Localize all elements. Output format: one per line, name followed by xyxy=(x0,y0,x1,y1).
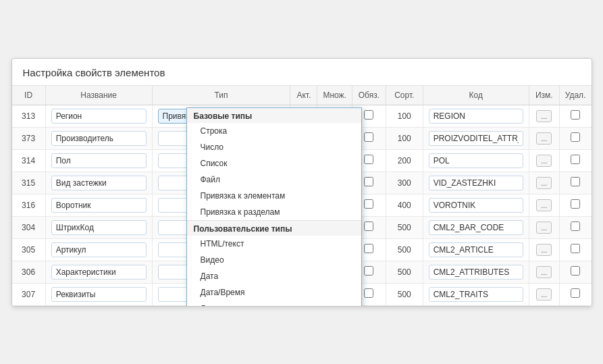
cell-sort: 100 xyxy=(386,127,423,149)
edit-button[interactable]: ... xyxy=(536,222,552,234)
edit-button[interactable]: ... xyxy=(536,199,552,211)
dropdown-item[interactable]: Файл xyxy=(187,172,361,188)
dropdown-item[interactable]: Список xyxy=(187,155,361,172)
name-input[interactable] xyxy=(51,109,147,124)
cell-name xyxy=(45,194,152,216)
delete-checkbox[interactable] xyxy=(571,266,580,276)
cell-sort: 100 xyxy=(386,105,423,127)
col-edit: Изм. xyxy=(529,86,559,105)
cell-code xyxy=(423,172,529,194)
required-checkbox[interactable] xyxy=(364,222,373,231)
dropdown-item[interactable]: Дата/Время xyxy=(187,284,361,301)
type-dropdown: Базовые типыСтрокаЧислоСписокФайлПривязк… xyxy=(186,107,362,306)
dropdown-item[interactable]: Привязка к разделам xyxy=(187,204,361,220)
dropdown-item[interactable]: HTML/текст xyxy=(187,236,361,252)
cell-name xyxy=(45,172,152,194)
required-checkbox[interactable] xyxy=(364,132,373,142)
cell-delete xyxy=(559,149,591,172)
delete-checkbox[interactable] xyxy=(571,155,580,164)
delete-checkbox[interactable] xyxy=(571,199,580,209)
dropdown-item[interactable]: Строка xyxy=(187,123,361,139)
cell-id: 314 xyxy=(12,149,46,172)
edit-button[interactable]: ... xyxy=(536,288,552,301)
name-input[interactable] xyxy=(51,176,147,190)
cell-delete xyxy=(559,172,591,194)
dropdown-item[interactable]: Деньги xyxy=(187,301,361,306)
required-checkbox[interactable] xyxy=(364,155,373,164)
dropdown-item[interactable]: Видео xyxy=(187,252,361,268)
cell-name xyxy=(45,238,152,261)
cell-edit: ... xyxy=(529,216,559,238)
cell-code xyxy=(423,105,529,127)
cell-edit: ... xyxy=(529,261,559,283)
edit-button[interactable]: ... xyxy=(536,244,552,256)
code-input[interactable] xyxy=(429,220,523,235)
cell-name xyxy=(45,105,152,127)
cell-sort: 500 xyxy=(386,283,423,305)
cell-id: 305 xyxy=(12,238,46,261)
required-checkbox[interactable] xyxy=(364,288,373,298)
required-checkbox[interactable] xyxy=(364,266,373,276)
edit-button[interactable]: ... xyxy=(536,110,552,122)
dropdown-item[interactable]: Привязка к элементам xyxy=(187,188,361,204)
table-header-row: ID Название Тип Акт. Множ. Обяз. Сорт. К… xyxy=(12,86,592,105)
name-input[interactable] xyxy=(51,287,147,302)
edit-button[interactable]: ... xyxy=(536,177,552,189)
code-input[interactable] xyxy=(429,287,523,302)
code-input[interactable] xyxy=(429,109,523,124)
code-input[interactable] xyxy=(429,265,523,280)
dropdown-item[interactable]: Число xyxy=(187,139,361,155)
dropdown-item[interactable]: Дата xyxy=(187,268,361,284)
required-checkbox[interactable] xyxy=(364,199,373,209)
name-input[interactable] xyxy=(51,220,147,235)
edit-button[interactable]: ... xyxy=(536,266,552,278)
settings-panel: Настройка свойств элементов ID Название … xyxy=(11,58,592,307)
cell-id: 307 xyxy=(12,283,46,305)
delete-checkbox[interactable] xyxy=(571,222,580,231)
cell-code xyxy=(423,283,529,305)
required-checkbox[interactable] xyxy=(364,110,373,120)
code-input[interactable] xyxy=(429,176,523,190)
col-multi: Множ. xyxy=(317,86,352,105)
delete-checkbox[interactable] xyxy=(571,177,580,186)
table-container: ID Название Тип Акт. Множ. Обяз. Сорт. К… xyxy=(12,86,592,306)
edit-button[interactable]: ... xyxy=(536,132,552,145)
cell-id: 316 xyxy=(12,194,46,216)
required-checkbox[interactable] xyxy=(364,177,373,186)
name-input[interactable] xyxy=(51,131,147,146)
cell-edit: ... xyxy=(529,194,559,216)
cell-name xyxy=(45,216,152,238)
cell-name xyxy=(45,261,152,283)
cell-code xyxy=(423,194,529,216)
code-input[interactable] xyxy=(429,131,523,146)
code-input[interactable] xyxy=(429,242,523,257)
name-input[interactable] xyxy=(51,153,147,168)
code-input[interactable] xyxy=(429,198,523,213)
cell-edit: ... xyxy=(529,127,559,149)
cell-sort: 500 xyxy=(386,238,423,261)
panel-title: Настройка свойств элементов xyxy=(23,67,165,78)
cell-code xyxy=(423,261,529,283)
name-input[interactable] xyxy=(51,265,147,280)
col-type: Тип xyxy=(152,86,290,105)
code-input[interactable] xyxy=(429,153,523,168)
cell-code xyxy=(423,127,529,149)
cell-delete xyxy=(559,238,591,261)
cell-delete xyxy=(559,216,591,238)
cell-code xyxy=(423,149,529,172)
col-name: Название xyxy=(45,86,152,105)
col-code: Код xyxy=(423,86,529,105)
delete-checkbox[interactable] xyxy=(571,244,580,253)
delete-checkbox[interactable] xyxy=(571,288,580,298)
edit-button[interactable]: ... xyxy=(536,155,552,167)
delete-checkbox[interactable] xyxy=(571,110,580,120)
required-checkbox[interactable] xyxy=(364,244,373,253)
delete-checkbox[interactable] xyxy=(571,132,580,142)
cell-id: 373 xyxy=(12,127,46,149)
cell-sort: 500 xyxy=(386,261,423,283)
cell-name xyxy=(45,149,152,172)
cell-delete xyxy=(559,283,591,305)
cell-name xyxy=(45,283,152,305)
name-input[interactable] xyxy=(51,242,147,257)
name-input[interactable] xyxy=(51,198,147,213)
